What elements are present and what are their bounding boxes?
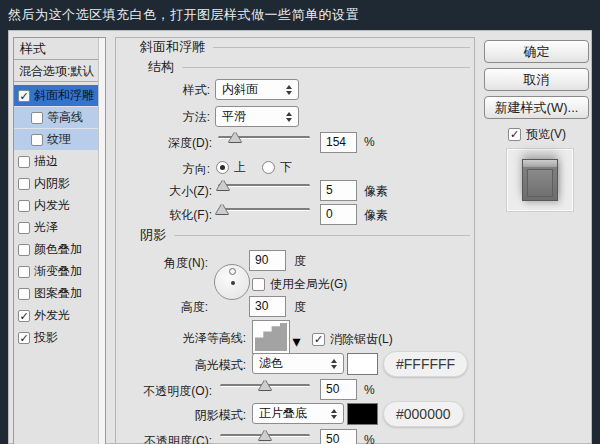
styles-list-title: 样式: [14, 38, 99, 60]
style-item-pattern-overlay[interactable]: 图案叠加: [14, 283, 99, 304]
blending-options-item[interactable]: 混合选项:默认: [14, 61, 99, 82]
direction-down-label: 下: [280, 159, 292, 176]
new-style-button[interactable]: 新建样式(W)...: [484, 96, 589, 119]
checkbox-icon[interactable]: [31, 112, 43, 124]
style-item-drop-shadow[interactable]: ✓ 投影: [14, 327, 99, 348]
depth-input[interactable]: 154: [320, 132, 357, 153]
checkbox-checked-icon[interactable]: ✓: [18, 332, 30, 344]
soften-input[interactable]: 0: [320, 204, 357, 225]
styles-scrollbar[interactable]: [98, 38, 105, 444]
shading-legend: 阴影: [140, 226, 470, 244]
altitude-label: 高度:: [181, 299, 208, 316]
slider-thumb-icon[interactable]: [229, 132, 241, 142]
size-label: 大小(Z):: [169, 183, 212, 200]
angle-input[interactable]: 90: [249, 250, 286, 271]
angle-dial[interactable]: [214, 264, 250, 300]
highlight-hex-badge: #FFFFFF: [383, 351, 468, 377]
radio-icon[interactable]: [262, 161, 275, 174]
preview-checkbox[interactable]: ✓ 预览(V): [508, 126, 566, 143]
shadow-opacity-slider[interactable]: [220, 429, 310, 441]
highlight-opacity-slider[interactable]: [220, 379, 310, 391]
radio-selected-icon[interactable]: [216, 161, 229, 174]
global-light-label: 使用全局光(G): [270, 276, 347, 293]
shadow-mode-value: 正片叠底: [259, 405, 331, 422]
highlight-opacity-unit: %: [364, 383, 375, 397]
style-dropdown[interactable]: 内斜面: [215, 79, 299, 100]
checkbox-icon[interactable]: [18, 266, 30, 278]
highlight-opacity-input[interactable]: 50: [320, 379, 357, 400]
technique-dropdown[interactable]: 平滑: [215, 106, 299, 127]
layer-style-dialog: 样式 混合选项:默认 ✓ 斜面和浮雕 等高线 纹理 描边 内阴影: [8, 30, 592, 444]
slider-track[interactable]: [218, 208, 310, 211]
anti-alias-label: 消除锯齿(L): [330, 331, 393, 348]
style-item-gradient-overlay[interactable]: 渐变叠加: [14, 261, 99, 282]
angle-unit: 度: [294, 253, 306, 270]
checkbox-icon[interactable]: [252, 278, 265, 291]
shadow-color-swatch[interactable]: [347, 403, 378, 425]
shadow-opacity-unit: %: [364, 433, 375, 444]
slider-thumb-icon[interactable]: [259, 430, 271, 440]
altitude-input[interactable]: 30: [249, 296, 286, 317]
angle-label: 角度(N):: [164, 255, 208, 272]
style-item-color-overlay[interactable]: 颜色叠加: [14, 239, 99, 260]
global-light-checkbox[interactable]: 使用全局光(G): [252, 276, 347, 293]
highlight-color-swatch[interactable]: [347, 353, 378, 375]
soften-slider[interactable]: [218, 203, 310, 215]
direction-up-radio[interactable]: 上: [216, 159, 246, 176]
checkbox-icon[interactable]: [18, 178, 30, 190]
checkbox-icon[interactable]: [31, 134, 43, 146]
highlight-mode-dropdown[interactable]: 滤色: [252, 353, 344, 374]
altitude-unit: 度: [294, 299, 306, 316]
style-item-stroke[interactable]: 描边: [14, 151, 99, 172]
style-item-satin[interactable]: 光泽: [14, 217, 99, 238]
checkbox-checked-icon[interactable]: ✓: [508, 128, 521, 141]
slider-thumb-icon[interactable]: [217, 180, 229, 190]
checkbox-icon[interactable]: [18, 288, 30, 300]
contour-dropdown-arrow-icon[interactable]: ▾: [291, 320, 302, 354]
style-item-bevel-emboss[interactable]: ✓ 斜面和浮雕: [14, 85, 99, 106]
shadow-mode-dropdown[interactable]: 正片叠底: [252, 403, 344, 424]
checkbox-icon[interactable]: [18, 244, 30, 256]
slider-track[interactable]: [218, 184, 310, 187]
preview-cube-image: [522, 159, 558, 201]
size-unit: 像素: [364, 183, 388, 200]
checkbox-icon[interactable]: [18, 156, 30, 168]
slider-thumb-icon[interactable]: [216, 204, 228, 214]
style-item-label: 投影: [34, 329, 58, 346]
shadow-hex-badge: #000000: [383, 401, 464, 427]
dial-center-icon: [231, 281, 235, 285]
depth-slider[interactable]: [218, 131, 310, 143]
checkbox-checked-icon[interactable]: ✓: [18, 310, 30, 322]
dropdown-arrows-icon: [286, 85, 292, 95]
depth-label: 深度(D):: [168, 135, 212, 152]
highlight-mode-label: 高光模式:: [195, 357, 246, 374]
technique-label: 方法:: [183, 109, 210, 126]
style-item-label: 内阴影: [34, 175, 70, 192]
caption-bar: 然后为这个选区填充白色，打开图层样式做一些简单的设置: [0, 0, 600, 28]
style-item-outer-glow[interactable]: ✓ 外发光: [14, 305, 99, 326]
checkbox-checked-icon[interactable]: ✓: [312, 333, 325, 346]
slider-thumb-icon[interactable]: [259, 380, 271, 390]
size-slider[interactable]: [218, 179, 310, 191]
style-item-texture[interactable]: 纹理: [14, 129, 99, 150]
style-item-label: 描边: [34, 153, 58, 170]
shadow-opacity-input[interactable]: 50: [320, 429, 357, 444]
cancel-button[interactable]: 取消: [484, 68, 589, 91]
depth-unit: %: [364, 135, 375, 149]
contour-curve-icon: [255, 323, 287, 351]
direction-down-radio[interactable]: 下: [262, 159, 292, 176]
checkbox-icon[interactable]: [18, 200, 30, 212]
style-item-contour[interactable]: 等高线: [14, 107, 99, 128]
ok-button[interactable]: 确定: [484, 40, 589, 63]
angle-marker-icon[interactable]: [229, 268, 236, 275]
size-input[interactable]: 5: [320, 180, 357, 201]
checkbox-icon[interactable]: [18, 222, 30, 234]
style-item-label: 颜色叠加: [34, 241, 82, 258]
gloss-contour-thumbnail[interactable]: [252, 320, 290, 354]
divider: [182, 67, 470, 68]
anti-alias-checkbox[interactable]: ✓ 消除锯齿(L): [312, 331, 393, 348]
style-item-inner-shadow[interactable]: 内阴影: [14, 173, 99, 194]
checkbox-checked-icon[interactable]: ✓: [18, 90, 30, 102]
panel-title-text: 斜面和浮雕: [140, 38, 205, 56]
style-item-inner-glow[interactable]: 内发光: [14, 195, 99, 216]
